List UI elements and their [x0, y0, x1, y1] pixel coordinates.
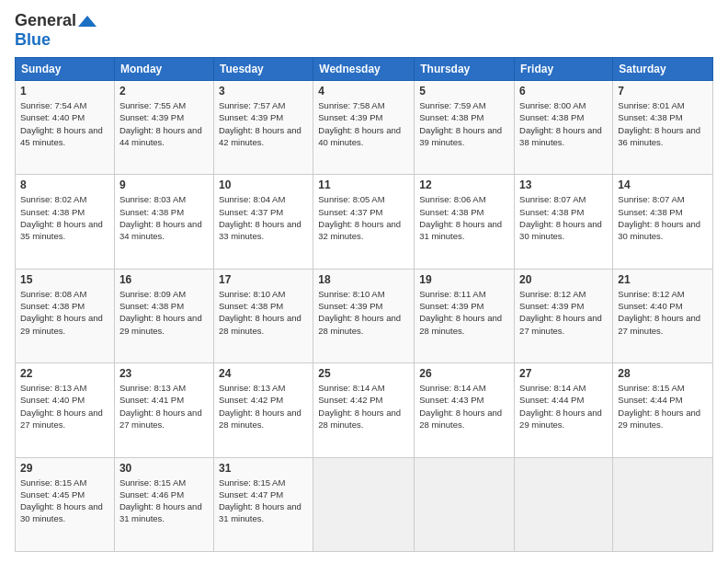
- day-number: 28: [618, 367, 708, 380]
- header: General Blue: [15, 11, 713, 50]
- day-number: 13: [519, 178, 608, 191]
- calendar-cell: 9 Sunrise: 8:03 AMSunset: 4:38 PMDayligh…: [114, 175, 213, 269]
- day-number: 21: [618, 273, 708, 286]
- day-of-week-friday: Friday: [515, 58, 613, 81]
- day-info: Sunrise: 8:10 AMSunset: 4:38 PMDaylight:…: [219, 289, 301, 336]
- day-of-week-wednesday: Wednesday: [313, 58, 415, 81]
- week-row-1: 1 Sunrise: 7:54 AMSunset: 4:40 PMDayligh…: [16, 81, 713, 175]
- calendar: SundayMondayTuesdayWednesdayThursdayFrid…: [15, 57, 713, 552]
- day-info: Sunrise: 8:13 AMSunset: 4:40 PMDaylight:…: [20, 383, 103, 430]
- day-info: Sunrise: 8:02 AMSunset: 4:38 PMDaylight:…: [20, 194, 103, 241]
- calendar-cell: 10 Sunrise: 8:04 AMSunset: 4:37 PMDaylig…: [213, 175, 313, 269]
- day-number: 11: [318, 178, 409, 191]
- day-info: Sunrise: 8:12 AMSunset: 4:39 PMDaylight:…: [519, 289, 602, 336]
- calendar-cell: [515, 457, 613, 551]
- calendar-cell: 15 Sunrise: 8:08 AMSunset: 4:38 PMDaylig…: [16, 269, 115, 362]
- day-info: Sunrise: 8:14 AMSunset: 4:43 PMDaylight:…: [419, 383, 502, 430]
- calendar-cell: 2 Sunrise: 7:55 AMSunset: 4:39 PMDayligh…: [114, 81, 213, 175]
- calendar-header: SundayMondayTuesdayWednesdayThursdayFrid…: [16, 58, 713, 81]
- day-number: 6: [519, 85, 608, 98]
- logo: General Blue: [15, 11, 97, 50]
- day-number: 3: [219, 85, 308, 98]
- calendar-body: 1 Sunrise: 7:54 AMSunset: 4:40 PMDayligh…: [16, 81, 713, 552]
- day-info: Sunrise: 8:06 AMSunset: 4:38 PMDaylight:…: [419, 194, 502, 241]
- day-info: Sunrise: 8:08 AMSunset: 4:38 PMDaylight:…: [20, 289, 103, 336]
- calendar-cell: 5 Sunrise: 7:59 AMSunset: 4:38 PMDayligh…: [415, 81, 515, 175]
- week-row-5: 29 Sunrise: 8:15 AMSunset: 4:45 PMDaylig…: [16, 457, 713, 551]
- calendar-cell: 12 Sunrise: 8:06 AMSunset: 4:38 PMDaylig…: [415, 175, 515, 269]
- calendar-cell: 19 Sunrise: 8:11 AMSunset: 4:39 PMDaylig…: [415, 269, 515, 362]
- day-of-week-sunday: Sunday: [16, 58, 115, 81]
- logo-general: General: [15, 11, 76, 30]
- day-info: Sunrise: 8:05 AMSunset: 4:37 PMDaylight:…: [318, 194, 401, 241]
- day-number: 12: [419, 178, 509, 191]
- day-info: Sunrise: 8:04 AMSunset: 4:37 PMDaylight:…: [219, 194, 301, 241]
- day-number: 4: [318, 85, 409, 98]
- calendar-cell: 7 Sunrise: 8:01 AMSunset: 4:38 PMDayligh…: [613, 81, 713, 175]
- day-info: Sunrise: 8:07 AMSunset: 4:38 PMDaylight:…: [618, 194, 700, 241]
- calendar-cell: 26 Sunrise: 8:14 AMSunset: 4:43 PMDaylig…: [415, 363, 515, 457]
- day-of-week-monday: Monday: [114, 58, 213, 81]
- day-number: 7: [618, 85, 708, 98]
- week-row-2: 8 Sunrise: 8:02 AMSunset: 4:38 PMDayligh…: [16, 175, 713, 269]
- calendar-cell: 20 Sunrise: 8:12 AMSunset: 4:39 PMDaylig…: [515, 269, 613, 362]
- day-of-week-tuesday: Tuesday: [213, 58, 313, 81]
- day-number: 2: [119, 85, 209, 98]
- day-number: 17: [219, 273, 308, 286]
- calendar-cell: 14 Sunrise: 8:07 AMSunset: 4:38 PMDaylig…: [613, 175, 713, 269]
- calendar-cell: 13 Sunrise: 8:07 AMSunset: 4:38 PMDaylig…: [515, 175, 613, 269]
- day-number: 29: [20, 462, 109, 475]
- logo-icon: [78, 14, 97, 29]
- day-info: Sunrise: 8:14 AMSunset: 4:44 PMDaylight:…: [519, 383, 602, 430]
- day-info: Sunrise: 7:55 AMSunset: 4:39 PMDaylight:…: [119, 100, 202, 147]
- day-info: Sunrise: 8:09 AMSunset: 4:38 PMDaylight:…: [119, 289, 202, 336]
- day-number: 25: [318, 367, 409, 380]
- day-info: Sunrise: 8:13 AMSunset: 4:41 PMDaylight:…: [119, 383, 202, 430]
- calendar-cell: 25 Sunrise: 8:14 AMSunset: 4:42 PMDaylig…: [313, 363, 415, 457]
- calendar-cell: 11 Sunrise: 8:05 AMSunset: 4:37 PMDaylig…: [313, 175, 415, 269]
- svg-marker-0: [78, 16, 97, 27]
- day-info: Sunrise: 8:07 AMSunset: 4:38 PMDaylight:…: [519, 194, 602, 241]
- day-info: Sunrise: 8:00 AMSunset: 4:38 PMDaylight:…: [519, 100, 602, 147]
- logo-blue-text: Blue: [15, 30, 51, 49]
- day-number: 24: [219, 367, 308, 380]
- week-row-3: 15 Sunrise: 8:08 AMSunset: 4:38 PMDaylig…: [16, 269, 713, 362]
- day-number: 14: [618, 178, 708, 191]
- calendar-cell: 4 Sunrise: 7:58 AMSunset: 4:39 PMDayligh…: [313, 81, 415, 175]
- day-info: Sunrise: 8:13 AMSunset: 4:42 PMDaylight:…: [219, 383, 301, 430]
- days-of-week-row: SundayMondayTuesdayWednesdayThursdayFrid…: [16, 58, 713, 81]
- calendar-cell: 3 Sunrise: 7:57 AMSunset: 4:39 PMDayligh…: [213, 81, 313, 175]
- day-number: 18: [318, 273, 409, 286]
- day-number: 27: [519, 367, 608, 380]
- calendar-cell: 29 Sunrise: 8:15 AMSunset: 4:45 PMDaylig…: [16, 457, 115, 551]
- calendar-cell: [415, 457, 515, 551]
- week-row-4: 22 Sunrise: 8:13 AMSunset: 4:40 PMDaylig…: [16, 363, 713, 457]
- day-info: Sunrise: 8:15 AMSunset: 4:47 PMDaylight:…: [219, 477, 301, 524]
- day-info: Sunrise: 8:14 AMSunset: 4:42 PMDaylight:…: [318, 383, 401, 430]
- calendar-cell: 16 Sunrise: 8:09 AMSunset: 4:38 PMDaylig…: [114, 269, 213, 362]
- day-number: 30: [119, 462, 209, 475]
- calendar-cell: [613, 457, 713, 551]
- day-info: Sunrise: 7:57 AMSunset: 4:39 PMDaylight:…: [219, 100, 301, 147]
- day-number: 31: [219, 462, 308, 475]
- calendar-cell: 6 Sunrise: 8:00 AMSunset: 4:38 PMDayligh…: [515, 81, 613, 175]
- page: General Blue SundayMondayTuesdayWednesda…: [0, 0, 728, 563]
- calendar-cell: 24 Sunrise: 8:13 AMSunset: 4:42 PMDaylig…: [213, 363, 313, 457]
- day-info: Sunrise: 8:01 AMSunset: 4:38 PMDaylight:…: [618, 100, 700, 147]
- day-number: 16: [119, 273, 209, 286]
- calendar-cell: [313, 457, 415, 551]
- day-info: Sunrise: 8:12 AMSunset: 4:40 PMDaylight:…: [618, 289, 700, 336]
- day-info: Sunrise: 8:15 AMSunset: 4:45 PMDaylight:…: [20, 477, 103, 524]
- day-number: 22: [20, 367, 109, 380]
- day-info: Sunrise: 8:10 AMSunset: 4:39 PMDaylight:…: [318, 289, 401, 336]
- calendar-cell: 30 Sunrise: 8:15 AMSunset: 4:46 PMDaylig…: [114, 457, 213, 551]
- calendar-cell: 21 Sunrise: 8:12 AMSunset: 4:40 PMDaylig…: [613, 269, 713, 362]
- day-info: Sunrise: 7:54 AMSunset: 4:40 PMDaylight:…: [20, 100, 103, 147]
- day-info: Sunrise: 7:59 AMSunset: 4:38 PMDaylight:…: [419, 100, 502, 147]
- day-number: 19: [419, 273, 509, 286]
- calendar-cell: 17 Sunrise: 8:10 AMSunset: 4:38 PMDaylig…: [213, 269, 313, 362]
- day-info: Sunrise: 7:58 AMSunset: 4:39 PMDaylight:…: [318, 100, 401, 147]
- calendar-cell: 18 Sunrise: 8:10 AMSunset: 4:39 PMDaylig…: [313, 269, 415, 362]
- day-number: 5: [419, 85, 509, 98]
- calendar-cell: 8 Sunrise: 8:02 AMSunset: 4:38 PMDayligh…: [16, 175, 115, 269]
